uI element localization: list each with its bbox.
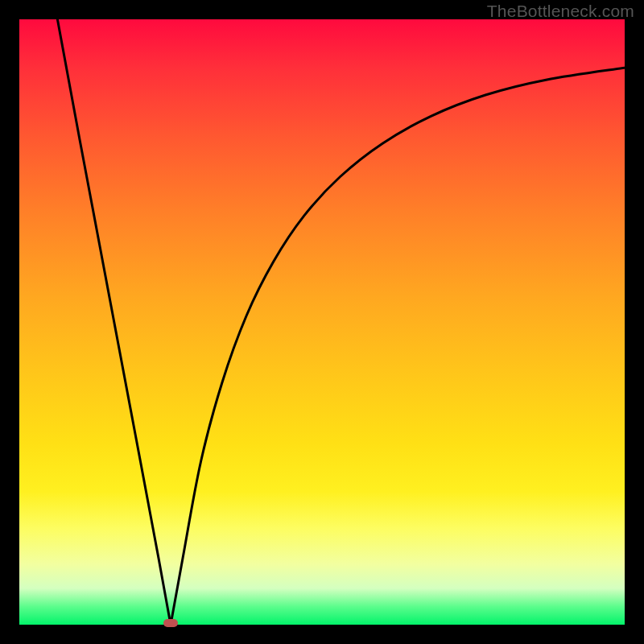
curve-left-branch xyxy=(57,19,171,625)
curve-svg xyxy=(19,19,625,625)
plot-area xyxy=(19,19,625,625)
watermark-text: TheBottleneck.com xyxy=(487,2,634,21)
chart-frame: TheBottleneck.com xyxy=(0,0,644,644)
minimum-marker xyxy=(163,619,178,627)
curve-right-branch xyxy=(171,68,625,625)
